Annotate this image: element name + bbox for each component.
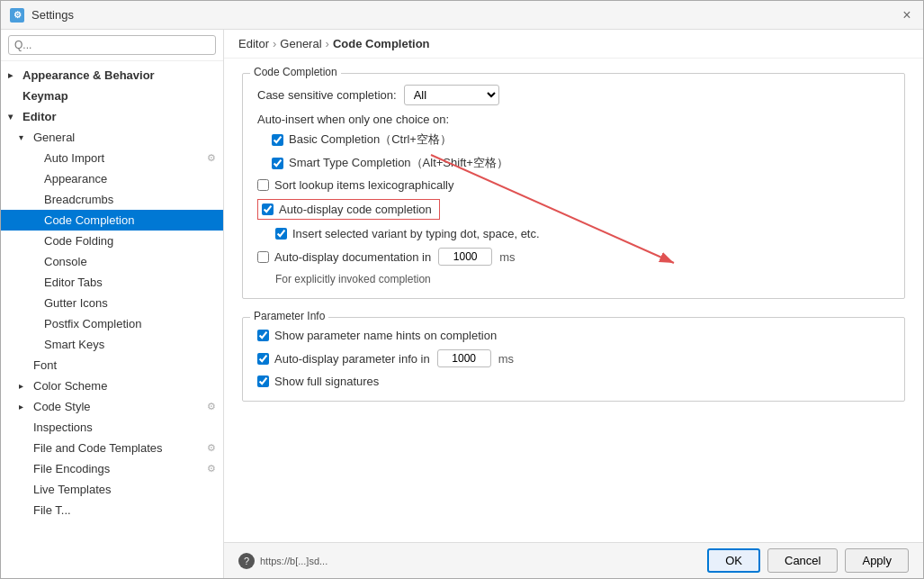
show-full-sig-label[interactable]: Show full signatures bbox=[257, 375, 379, 388]
sidebar-item-gutter-icons[interactable]: Gutter Icons bbox=[1, 293, 223, 313]
auto-display-doc-label[interactable]: Auto-display documentation in bbox=[257, 250, 431, 264]
chevron-icon bbox=[8, 112, 19, 122]
sidebar-item-postfix-completion[interactable]: Postfix Completion bbox=[1, 313, 223, 334]
sidebar-item-label: Inspections bbox=[33, 421, 93, 434]
sidebar-item-general[interactable]: General bbox=[1, 127, 223, 148]
chevron-icon bbox=[19, 402, 30, 412]
url-hint: https://b[...]sd... bbox=[260, 556, 327, 566]
insert-selected-label[interactable]: Insert selected variant by typing dot, s… bbox=[275, 227, 540, 240]
sidebar-tree: Appearance & Behavior Keymap Editor Gene… bbox=[1, 61, 223, 578]
auto-display-param-label[interactable]: Auto-display parameter info in bbox=[257, 352, 430, 366]
basic-completion-label[interactable]: Basic Completion（Ctrl+空格） bbox=[272, 131, 452, 148]
apply-button[interactable]: Apply bbox=[845, 548, 909, 573]
breadcrumb-sep1: › bbox=[273, 37, 276, 50]
smart-type-checkbox[interactable] bbox=[272, 158, 283, 169]
settings-icon: ⚙ bbox=[207, 152, 216, 164]
case-sensitive-row: Case sensitive completion: All First let… bbox=[257, 85, 890, 105]
auto-display-doc-checkbox[interactable] bbox=[257, 251, 269, 263]
breadcrumb-general: General bbox=[280, 37, 321, 50]
sidebar-item-live-templates[interactable]: Live Templates bbox=[1, 479, 223, 500]
code-completion-section: Code Completion Case sensitive completio… bbox=[242, 73, 905, 299]
ms-label-doc: ms bbox=[499, 250, 515, 264]
sidebar-item-auto-import[interactable]: Auto Import ⚙ bbox=[1, 148, 223, 168]
section-box-title: Code Completion bbox=[250, 66, 341, 78]
auto-display-param-ms-input[interactable] bbox=[437, 349, 491, 367]
auto-display-highlighted-box: Auto-display code completion bbox=[257, 199, 440, 220]
parameter-info-box: Parameter Info Show parameter name hints… bbox=[242, 317, 905, 402]
code-completion-box: Code Completion Case sensitive completio… bbox=[242, 73, 905, 299]
settings-icon: ⚙ bbox=[207, 463, 216, 475]
bottom-left: ? https://b[...]sd... bbox=[238, 553, 327, 569]
case-sensitive-label: Case sensitive completion: bbox=[257, 88, 397, 102]
auto-display-doc-ms-input[interactable] bbox=[438, 248, 492, 266]
sidebar-item-label: Color Scheme bbox=[33, 379, 107, 393]
sidebar-item-inspections[interactable]: Inspections bbox=[1, 417, 223, 438]
help-button[interactable]: ? bbox=[238, 553, 255, 569]
chevron-icon bbox=[19, 381, 30, 391]
settings-icon: ⚙ bbox=[207, 401, 216, 412]
sort-lookup-row: Sort lookup items lexicographically bbox=[257, 178, 890, 192]
sidebar-item-file-encodings[interactable]: File Encodings ⚙ bbox=[1, 458, 223, 479]
sidebar-item-color-scheme[interactable]: Color Scheme bbox=[1, 375, 223, 396]
window-title: Settings bbox=[31, 8, 74, 22]
sidebar-item-console[interactable]: Console bbox=[1, 251, 223, 272]
cancel-button[interactable]: Cancel bbox=[767, 548, 838, 573]
search-input[interactable] bbox=[8, 35, 216, 55]
case-sensitive-select[interactable]: All First letter None bbox=[404, 85, 499, 105]
sidebar-item-keymap[interactable]: Keymap bbox=[1, 86, 223, 106]
param-section-box-title: Parameter Info bbox=[250, 310, 328, 322]
sidebar-item-label: Code Folding bbox=[44, 234, 113, 248]
basic-completion-checkbox[interactable] bbox=[272, 134, 283, 146]
auto-display-param-checkbox[interactable] bbox=[257, 353, 269, 365]
sidebar-item-label: Live Templates bbox=[33, 483, 111, 496]
insert-selected-checkbox[interactable] bbox=[275, 228, 287, 240]
breadcrumb-sep2: › bbox=[326, 37, 329, 50]
sidebar-item-label: Keymap bbox=[22, 89, 68, 103]
sidebar-item-code-folding[interactable]: Code Folding bbox=[1, 231, 223, 251]
content-area: Code Completion Case sensitive completio… bbox=[224, 59, 923, 542]
settings-icon: ⚙ bbox=[207, 442, 216, 454]
right-panel: Editor › General › Code Completion Code … bbox=[224, 30, 923, 578]
close-button[interactable]: × bbox=[900, 8, 914, 23]
sidebar-item-label: Code Style bbox=[33, 400, 91, 413]
sidebar-item-label: Editor bbox=[22, 110, 57, 123]
app-icon: ⚙ bbox=[10, 8, 24, 23]
show-param-hints-checkbox[interactable] bbox=[257, 330, 269, 341]
sidebar-item-file-code-templates[interactable]: File and Code Templates ⚙ bbox=[1, 438, 223, 458]
sidebar-item-label: Editor Tabs bbox=[44, 276, 103, 289]
sidebar-item-label: General bbox=[33, 131, 75, 144]
sidebar-item-breadcrumbs[interactable]: Breadcrumbs bbox=[1, 189, 223, 210]
sidebar-item-editor-tabs[interactable]: Editor Tabs bbox=[1, 272, 223, 293]
chevron-icon bbox=[8, 70, 19, 80]
sort-lookup-label[interactable]: Sort lookup items lexicographically bbox=[257, 178, 453, 192]
sidebar-item-file-t[interactable]: File T... bbox=[1, 500, 223, 520]
sidebar-item-label: Console bbox=[44, 255, 87, 268]
sidebar-item-smart-keys[interactable]: Smart Keys bbox=[1, 334, 223, 355]
sort-lookup-checkbox[interactable] bbox=[257, 179, 269, 191]
parameter-info-section: Parameter Info Show parameter name hints… bbox=[242, 317, 905, 402]
breadcrumb-current: Code Completion bbox=[333, 37, 430, 50]
show-param-hints-label[interactable]: Show parameter name hints on completion bbox=[257, 329, 497, 342]
doc-note: For explicitly invoked completion bbox=[257, 273, 890, 285]
sidebar-item-appearance-behavior[interactable]: Appearance & Behavior bbox=[1, 65, 223, 86]
sidebar-item-label: Gutter Icons bbox=[44, 296, 108, 310]
sidebar-item-label: Appearance & Behavior bbox=[22, 68, 155, 82]
settings-window: ⚙ Settings × Appearance & Behavior Keyma… bbox=[0, 0, 924, 579]
show-param-hints-row: Show parameter name hints on completion bbox=[257, 329, 890, 342]
auto-insert-label: Auto-insert when only one choice on: bbox=[257, 113, 890, 126]
ms-label-param: ms bbox=[498, 352, 514, 366]
auto-display-label[interactable]: Auto-display code completion bbox=[262, 203, 432, 216]
sidebar-item-code-completion[interactable]: Code Completion bbox=[1, 210, 223, 231]
auto-display-checkbox[interactable] bbox=[262, 204, 274, 215]
bottom-right: OK Cancel Apply bbox=[707, 548, 909, 573]
show-full-sig-checkbox[interactable] bbox=[257, 375, 269, 387]
sidebar-item-label: Smart Keys bbox=[44, 338, 104, 351]
sidebar-item-font[interactable]: Font bbox=[1, 355, 223, 375]
sidebar-item-editor[interactable]: Editor bbox=[1, 106, 223, 127]
sidebar-item-appearance[interactable]: Appearance bbox=[1, 168, 223, 189]
smart-type-label[interactable]: Smart Type Completion（Alt+Shift+空格） bbox=[272, 155, 508, 171]
sidebar-item-label: Appearance bbox=[44, 172, 107, 185]
chevron-icon bbox=[19, 132, 30, 142]
ok-button[interactable]: OK bbox=[707, 548, 760, 573]
sidebar-item-code-style[interactable]: Code Style ⚙ bbox=[1, 396, 223, 417]
